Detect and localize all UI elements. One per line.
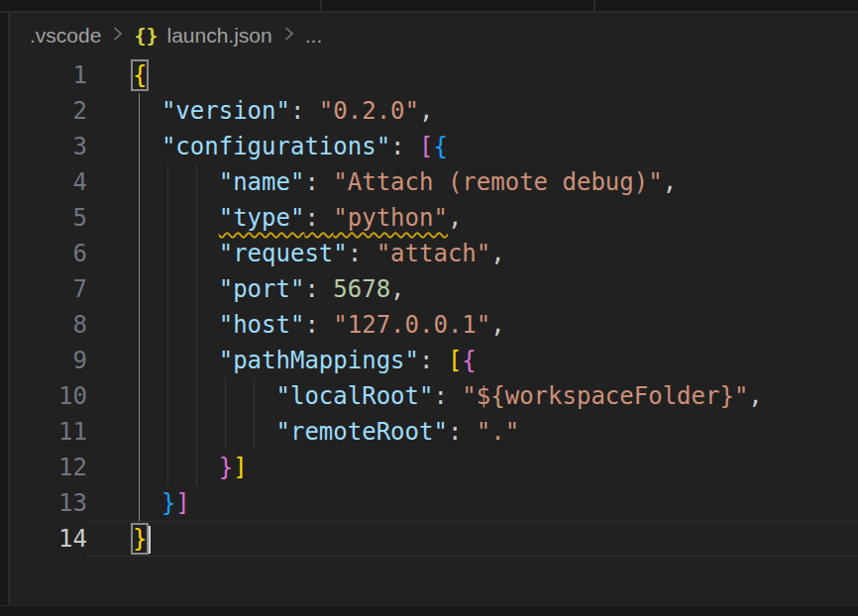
code-line-content: "request": "attach", bbox=[87, 236, 858, 271]
code-token: "type" bbox=[219, 204, 305, 232]
line-number[interactable]: 9 bbox=[10, 343, 87, 378]
code-line-content: "name": "Attach (remote debug)", bbox=[87, 164, 858, 200]
code-token: , bbox=[390, 275, 404, 303]
code-token: : bbox=[304, 275, 333, 303]
code-line-content: "host": "127.0.0.1", bbox=[87, 307, 858, 343]
code-token bbox=[133, 133, 161, 160]
code-token: , bbox=[490, 240, 504, 267]
code-token: : bbox=[448, 418, 477, 446]
code-line[interactable]: 5 "type": "python", bbox=[10, 200, 858, 236]
code-line[interactable]: 9 "pathMappings": [{ bbox=[10, 343, 858, 378]
code-line[interactable]: 10 "localRoot": "${workspaceFolder}", bbox=[10, 378, 858, 414]
tab-separator bbox=[320, 0, 322, 11]
code-token: , bbox=[748, 382, 762, 410]
breadcrumb: .vscode {} launch.json ... bbox=[10, 13, 322, 57]
code-token: "version" bbox=[161, 97, 290, 125]
line-number[interactable]: 4 bbox=[10, 164, 87, 200]
code-line-content: }] bbox=[87, 485, 858, 521]
code-token: : bbox=[433, 382, 462, 410]
vscode-editor-window: .vscode {} launch.json ... 1{2 "version"… bbox=[0, 0, 858, 616]
code-lines: 1{2 "version": "0.2.0",3 "configurations… bbox=[10, 57, 858, 557]
code-token: , bbox=[448, 204, 462, 232]
code-token: "Attach (remote debug)" bbox=[333, 168, 662, 196]
code-token bbox=[133, 168, 219, 196]
code-token: "name" bbox=[219, 168, 305, 196]
code-token: ] bbox=[175, 489, 189, 517]
code-token bbox=[133, 489, 161, 517]
code-token: , bbox=[419, 97, 433, 125]
text-cursor bbox=[149, 526, 151, 554]
code-line-content: } bbox=[87, 521, 858, 557]
code-token: } bbox=[133, 525, 147, 553]
line-number[interactable]: 6 bbox=[10, 236, 87, 271]
code-line-content: }] bbox=[87, 450, 858, 485]
code-token: "host" bbox=[219, 311, 305, 339]
code-token: ] bbox=[233, 454, 247, 481]
json-file-icon: {} bbox=[134, 24, 158, 48]
tab-bar-edge bbox=[0, 0, 858, 13]
code-token: { bbox=[433, 133, 447, 160]
code-line-content: "version": "0.2.0", bbox=[87, 93, 858, 129]
code-token: : bbox=[348, 240, 376, 267]
code-token: : bbox=[290, 97, 319, 125]
code-token: "." bbox=[477, 418, 519, 446]
code-line[interactable]: 1{ bbox=[10, 57, 858, 93]
code-line[interactable]: 8 "host": "127.0.0.1", bbox=[10, 307, 858, 343]
code-line-content: "type": "python", bbox=[87, 200, 858, 236]
code-line[interactable]: 13 }] bbox=[10, 485, 858, 521]
line-number[interactable]: 14 bbox=[10, 521, 87, 557]
code-token: 5678 bbox=[333, 275, 390, 303]
code-line[interactable]: 12 }] bbox=[10, 450, 858, 485]
code-token bbox=[133, 204, 219, 232]
line-number[interactable]: 7 bbox=[10, 271, 87, 307]
code-token: "remoteRoot" bbox=[276, 418, 448, 446]
code-token: : bbox=[304, 311, 333, 339]
code-line-content: "localRoot": "${workspaceFolder}", bbox=[87, 378, 858, 414]
code-token: "127.0.0.1" bbox=[333, 311, 490, 339]
line-number[interactable]: 10 bbox=[10, 378, 87, 414]
line-number[interactable]: 3 bbox=[10, 129, 87, 164]
code-token: "port" bbox=[219, 275, 305, 303]
code-token bbox=[133, 311, 219, 339]
chevron-right-icon bbox=[111, 24, 124, 48]
code-token: "request" bbox=[219, 240, 348, 267]
breadcrumb-symbol-more[interactable]: ... bbox=[305, 24, 323, 48]
code-token: { bbox=[462, 347, 476, 374]
code-line[interactable]: 6 "request": "attach", bbox=[10, 236, 858, 271]
code-line-content: "remoteRoot": "." bbox=[87, 414, 858, 450]
line-number[interactable]: 2 bbox=[10, 93, 87, 129]
code-token: "python" bbox=[333, 204, 448, 232]
code-token bbox=[133, 454, 219, 481]
breadcrumb-folder[interactable]: .vscode bbox=[30, 24, 101, 48]
code-token: "0.2.0" bbox=[319, 97, 419, 125]
code-token: } bbox=[161, 489, 175, 517]
line-number[interactable]: 11 bbox=[10, 414, 87, 450]
code-line[interactable]: 3 "configurations": [{ bbox=[10, 129, 858, 164]
code-token: , bbox=[663, 168, 677, 196]
code-line-content: "pathMappings": [{ bbox=[87, 343, 858, 378]
code-line[interactable]: 14} bbox=[10, 521, 858, 557]
code-token: [ bbox=[419, 133, 433, 160]
line-number[interactable]: 1 bbox=[10, 57, 87, 93]
line-number[interactable]: 12 bbox=[10, 450, 87, 485]
code-line[interactable]: 11 "remoteRoot": "." bbox=[10, 414, 858, 450]
code-token: [ bbox=[448, 347, 462, 374]
code-token bbox=[133, 418, 276, 446]
code-line-content: "configurations": [{ bbox=[87, 129, 858, 164]
line-number[interactable]: 13 bbox=[10, 485, 87, 521]
code-line[interactable]: 7 "port": 5678, bbox=[10, 271, 858, 307]
editor-left-edge bbox=[0, 0, 10, 616]
tab-separator bbox=[593, 0, 595, 11]
code-token bbox=[133, 347, 219, 374]
code-token: } bbox=[219, 454, 233, 481]
line-number[interactable]: 8 bbox=[10, 307, 87, 343]
breadcrumb-file[interactable]: launch.json bbox=[166, 24, 271, 48]
code-token: "configurations" bbox=[161, 133, 390, 160]
code-token: { bbox=[133, 61, 147, 89]
panel-top-edge bbox=[0, 605, 858, 616]
code-line[interactable]: 2 "version": "0.2.0", bbox=[10, 93, 858, 129]
line-number[interactable]: 5 bbox=[10, 200, 87, 236]
code-token: , bbox=[490, 311, 504, 339]
code-line[interactable]: 4 "name": "Attach (remote debug)", bbox=[10, 164, 858, 200]
code-token: : bbox=[419, 347, 448, 374]
